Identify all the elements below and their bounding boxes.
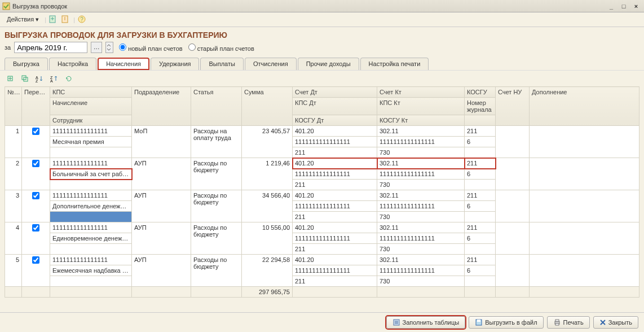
cell-statya[interactable]: Расходы по бюджету <box>191 158 242 190</box>
cell-schet-dt[interactable]: 401.20 <box>293 255 377 265</box>
data-grid[interactable]: № п/п Перенос КПС Подразделение Статья С… <box>5 86 639 298</box>
actions-menu[interactable]: Действия ▾ <box>3 15 42 24</box>
cell-kps-dt[interactable]: 1111111111111111 <box>293 169 377 180</box>
cell-schet-nu[interactable] <box>496 190 530 222</box>
cell-kosgu[interactable]: 211 <box>465 222 496 233</box>
col-dopolnenie[interactable]: Дополнение <box>530 87 639 126</box>
cell-summa[interactable]: 34 566,40 <box>242 190 293 222</box>
cell-kps[interactable]: 1111111111111111 <box>50 255 132 265</box>
fill-tables-button[interactable]: Заполнить таблицы <box>386 316 466 329</box>
cell-kps-kt[interactable]: 1111111111111111 <box>377 137 465 147</box>
cell-summa[interactable]: 23 405,57 <box>242 126 293 158</box>
cell-schet-kt[interactable]: 302.11 <box>377 158 465 169</box>
cell-nachislenie[interactable]: Единовременное денежное... <box>50 233 132 244</box>
tab-nachisleniya[interactable]: Начисления <box>98 58 149 70</box>
cell-schet-dt[interactable]: 401.20 <box>293 222 377 233</box>
col-kosgu-dt[interactable]: КОСГУ Дт <box>293 115 377 126</box>
cell-kps[interactable]: 1111111111111111 <box>50 158 132 169</box>
cell-statya[interactable]: Расходы по бюджету <box>191 255 242 287</box>
add-row-icon[interactable] <box>5 73 16 84</box>
cell-schet-kt[interactable]: 302.11 <box>377 255 465 265</box>
cell-kps[interactable]: 1111111111111111 <box>50 126 132 137</box>
col-kps-kt[interactable]: КПС Кт <box>377 98 465 115</box>
cell-summa[interactable]: 22 294,58 <box>242 255 293 287</box>
period-spinner[interactable] <box>105 42 113 53</box>
col-schet-kt[interactable]: Счет Кт <box>377 87 465 98</box>
period-picker-button[interactable]: … <box>91 42 102 53</box>
sort-desc-icon[interactable]: ZA <box>48 73 60 84</box>
col-sotrudnik[interactable]: Сотрудник <box>50 115 132 126</box>
cell-kosgu[interactable]: 211 <box>465 158 496 169</box>
close-button[interactable]: × <box>630 2 642 10</box>
cell-kps-dt[interactable]: 1111111111111111 <box>293 137 377 147</box>
table-row[interactable]: 1 1111111111111111 МоП Расходы на оплату… <box>5 126 639 137</box>
cell-schet-nu[interactable] <box>496 222 530 255</box>
col-kps-dt[interactable]: КПС Дт <box>293 98 377 115</box>
col-schet-dt[interactable]: Счет Дт <box>293 87 377 98</box>
tab-nastroyka[interactable]: Настройка <box>49 58 96 70</box>
tab-prochie[interactable]: Прочие доходы <box>298 58 359 70</box>
cell-dopolnenie[interactable] <box>530 158 639 190</box>
cell-nomer-zh[interactable]: 6 <box>465 169 496 180</box>
cell-schet-kt[interactable]: 302.11 <box>377 126 465 137</box>
cell-schet-kt[interactable]: 302.11 <box>377 190 465 201</box>
cell-kosgu-kt[interactable]: 730 <box>377 276 465 287</box>
table-row[interactable]: 2 1111111111111111 АУП Расходы по бюджет… <box>5 158 639 169</box>
cell-kosgu-dt[interactable]: 211 <box>293 147 377 158</box>
cell-check[interactable] <box>22 126 50 158</box>
cell-statya[interactable]: Расходы на оплату труда <box>191 126 242 158</box>
cell-schet-nu[interactable] <box>496 126 530 158</box>
cell-summa[interactable]: 1 219,46 <box>242 158 293 190</box>
cell-check[interactable] <box>22 158 50 190</box>
cell-kps-kt[interactable]: 1111111111111111 <box>377 201 465 212</box>
cell-kosgu-kt[interactable]: 730 <box>377 212 465 222</box>
cell-schet-kt[interactable]: 302.11 <box>377 222 465 233</box>
cell-kps[interactable]: 1111111111111111 <box>50 190 132 201</box>
col-kps[interactable]: КПС <box>50 87 132 98</box>
cell-nachislenie[interactable]: Ежемесячная надбавка за ... <box>50 265 132 276</box>
col-nachislenie[interactable]: Начисление <box>50 98 132 115</box>
cell-kosgu-dt[interactable]: 211 <box>293 180 377 190</box>
cell-kosgu-dt[interactable]: 211 <box>293 276 377 287</box>
cell-kosgu-dt[interactable]: 211 <box>293 212 377 222</box>
cell-sotrudnik[interactable] <box>50 276 132 287</box>
maximize-button[interactable]: □ <box>618 2 629 10</box>
cell-sotrudnik[interactable] <box>50 147 132 158</box>
export-file-button[interactable]: Выгрузить в файл <box>469 316 543 329</box>
close-window-button[interactable]: Закрыть <box>593 316 638 329</box>
cell-nomer-zh[interactable]: 6 <box>465 265 496 276</box>
cell-kosgu-kt[interactable]: 730 <box>377 244 465 255</box>
table-row[interactable]: 3 1111111111111111 АУП Расходы по бюджет… <box>5 190 639 201</box>
tab-nastroyka-pechati[interactable]: Настройка печати <box>360 58 429 70</box>
cell-statya[interactable]: Расходы по бюджету <box>191 190 242 222</box>
data-grid-wrap[interactable]: № п/п Перенос КПС Подразделение Статья С… <box>0 86 644 307</box>
col-summa[interactable]: Сумма <box>242 87 293 126</box>
cell-podrazd[interactable]: АУП <box>132 158 191 190</box>
cell-check[interactable] <box>22 255 50 287</box>
cell-nachislenie[interactable]: Больничный за счет работо... <box>50 169 132 180</box>
cell-statya[interactable]: Расходы по бюджету <box>191 222 242 255</box>
cell-schet-dt[interactable]: 401.20 <box>293 158 377 169</box>
copy-row-icon[interactable] <box>19 73 30 84</box>
cell-sotrudnik[interactable] <box>50 212 132 222</box>
tab-vygruzka[interactable]: Выгрузка <box>5 58 48 70</box>
cell-podrazd[interactable]: АУП <box>132 222 191 255</box>
print-button[interactable]: Печать <box>547 316 590 329</box>
cell-kps[interactable]: 1111111111111111 <box>50 222 132 233</box>
cell-check[interactable] <box>22 190 50 222</box>
export-icon[interactable] <box>48 15 59 25</box>
cell-sotrudnik[interactable] <box>50 180 132 190</box>
radio-new-plan[interactable]: новый план счетов <box>119 43 183 52</box>
table-row[interactable]: 4 1111111111111111 АУП Расходы по бюджет… <box>5 222 639 233</box>
cell-kps-kt[interactable]: 1111111111111111 <box>377 233 465 244</box>
help-icon[interactable]: ? <box>77 15 87 25</box>
col-statya[interactable]: Статья <box>191 87 242 126</box>
cell-kps-kt[interactable]: 1111111111111111 <box>377 265 465 276</box>
cell-kosgu[interactable]: 211 <box>465 190 496 201</box>
cell-kosgu-kt[interactable]: 730 <box>377 180 465 190</box>
refresh-icon[interactable] <box>63 73 74 84</box>
cell-kps-dt[interactable]: 1111111111111111 <box>293 201 377 212</box>
cell-check[interactable] <box>22 222 50 255</box>
tab-uderzhaniya[interactable]: Удержания <box>151 58 199 70</box>
table-row[interactable]: 5 1111111111111111 АУП Расходы по бюджет… <box>5 255 639 265</box>
